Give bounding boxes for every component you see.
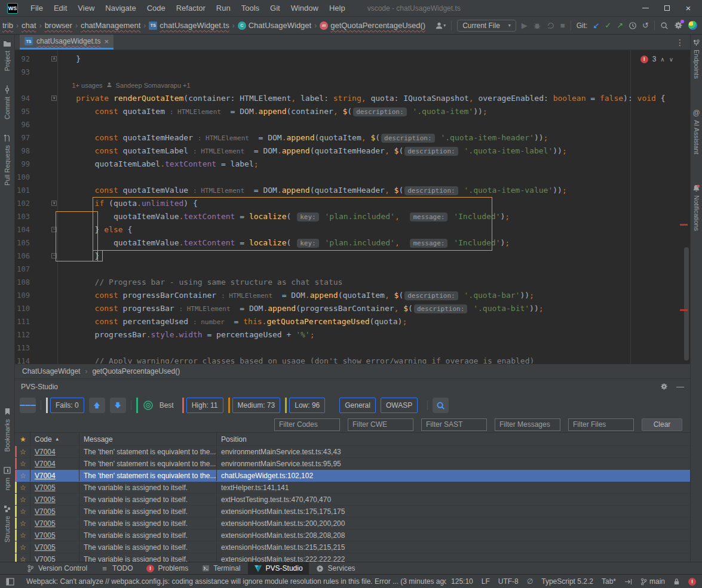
cell-message[interactable]: The variable is assigned to itself. [79, 553, 216, 562]
next-arrow-icon[interactable] [110, 398, 126, 413]
menu-navigate[interactable]: Navigate [100, 2, 141, 14]
settings-gear-icon[interactable] [674, 21, 683, 30]
cell-position[interactable]: extensionHostMain.test.ts:175,175,175 [216, 506, 690, 517]
menu-git[interactable]: Git [265, 2, 286, 14]
favorite-star-icon[interactable]: ★ [15, 435, 30, 444]
cell-code[interactable]: V7004 [30, 470, 79, 481]
cell-position[interactable]: extensionHostMain.test.ts:215,215,215 [216, 541, 690, 553]
cell-code[interactable]: V7005 [30, 494, 79, 505]
tool-stripe-endpoints[interactable]: Endpoints [692, 38, 701, 79]
table-row[interactable]: ☆V7005The variable is assigned to itself… [15, 553, 690, 562]
git-push-icon[interactable]: ↗ [617, 21, 623, 30]
favorite-star-icon[interactable]: ☆ [15, 495, 30, 504]
author-hint[interactable]: Sandeep Somavarapu +1 [116, 79, 191, 92]
table-row[interactable]: ☆V7005The variable is assigned to itself… [15, 482, 690, 494]
col-code[interactable]: Code [35, 435, 52, 444]
code-line[interactable]: 101const quotaItemValue : HTMLElement = … [15, 184, 690, 197]
menu-window[interactable]: Window [286, 2, 324, 14]
tool-stripe-notifications[interactable]: Notifications [692, 184, 701, 231]
menu-edit[interactable]: Edit [48, 2, 72, 14]
cell-message[interactable]: The 'then' statement is equivalent to th… [79, 446, 216, 457]
fold-marker-icon[interactable]: ∨ [51, 96, 57, 101]
inspection-widget[interactable]: ! 3 ∧ ∨ [640, 55, 673, 63]
code-line[interactable]: 106−} [15, 250, 690, 263]
favorite-star-icon[interactable]: ☆ [15, 460, 30, 468]
stop-icon[interactable]: ■ [560, 21, 565, 30]
tool-stripe-bookmarks[interactable]: Bookmarks [3, 408, 11, 452]
table-row[interactable]: ☆V7004The 'then' statement is equivalent… [15, 470, 690, 482]
favorite-star-icon[interactable]: ☆ [15, 543, 30, 552]
git-branch-widget[interactable]: main [640, 577, 665, 586]
tool-stripe-structure[interactable]: Structure [3, 504, 11, 543]
pvs-settings-gear-icon[interactable] [660, 383, 668, 390]
favorite-star-icon[interactable]: ☆ [15, 555, 30, 562]
prev-arrow-icon[interactable] [89, 398, 105, 413]
pvs-search-icon[interactable] [433, 398, 449, 413]
run-icon[interactable]: ▶ [522, 21, 528, 30]
filter-input-filter-sast[interactable]: Filter SAST [421, 418, 487, 431]
toolwindow-tab-version-control[interactable]: Version Control [20, 562, 93, 574]
cell-code[interactable]: V7005 [30, 529, 79, 541]
cell-message[interactable]: The variable is assigned to itself. [79, 529, 216, 541]
filter-input-filter-codes[interactable]: Filter Codes [274, 418, 340, 431]
editor-scrollbar[interactable] [684, 247, 689, 361]
code-line[interactable]: 107 [15, 263, 690, 276]
error-stripe-mark[interactable] [680, 224, 688, 226]
favorite-star-icon[interactable]: ☆ [15, 507, 30, 516]
code-line[interactable]: 109const progressBarContainer : HTMLElem… [15, 289, 690, 302]
table-row[interactable]: ☆V7005The variable is assigned to itself… [15, 518, 690, 529]
favorite-star-icon[interactable]: ☆ [15, 448, 30, 456]
tool-stripe-pull-requests[interactable]: Pull Requests [3, 134, 11, 186]
code-line[interactable]: 99quotaItemLabel.textContent = label; [15, 158, 690, 171]
cell-message[interactable]: The variable is assigned to itself. [79, 494, 216, 505]
toolwindow-tab-services[interactable]: Services [310, 562, 361, 574]
high-filter-button[interactable]: High: 11 [186, 398, 223, 413]
col-message[interactable]: Message [79, 433, 216, 445]
table-row[interactable]: ☆V7005The variable is assigned to itself… [15, 529, 690, 541]
general-filter-button[interactable]: General [339, 398, 376, 413]
menu-file[interactable]: File [25, 2, 48, 14]
cell-message[interactable]: The variable is assigned to itself. [79, 541, 216, 553]
layout-toggle-icon[interactable] [6, 578, 14, 586]
cell-position[interactable]: extensionHostMain.test.ts:200,200,200 [216, 518, 690, 529]
table-row[interactable]: ☆V7005The variable is assigned to itself… [15, 506, 690, 518]
soft-wrap-icon[interactable]: ∅ [527, 577, 533, 586]
toolwindow-tab-pvs-studio[interactable]: PVS-Studio [248, 562, 309, 574]
history-icon[interactable] [629, 21, 637, 30]
error-stripe-mark[interactable] [680, 309, 688, 311]
code-line[interactable]: 96 [15, 118, 690, 131]
maximize-button[interactable] [657, 1, 677, 16]
cell-code[interactable]: V7004 [30, 446, 79, 457]
crumb-class[interactable]: ChatUsageWidget [22, 367, 80, 375]
code-line[interactable]: 102∨if (quota.unlimited) { [15, 197, 690, 210]
status-message[interactable]: Webpack: Can't analyze // webpack.config… [26, 577, 446, 586]
rollback-icon[interactable]: ↺ [642, 21, 649, 30]
cell-position[interactable]: environmentMainService.test.ts:95,95 [216, 458, 690, 469]
usages-hint[interactable]: 1+ usages [72, 79, 102, 92]
fold-marker-icon[interactable]: ∧ [51, 56, 57, 61]
table-row[interactable]: ☆V7004The 'then' statement is equivalent… [15, 446, 690, 458]
tool-stripe-ai-assistant[interactable]: @AI Assistant [692, 109, 701, 154]
medium-filter-button[interactable]: Medium: 73 [232, 398, 281, 413]
best-label[interactable]: Best [160, 401, 174, 410]
file-encoding[interactable]: UTF-8 [498, 577, 519, 586]
line-separator[interactable]: LF [482, 577, 490, 586]
search-everywhere-icon[interactable] [660, 21, 669, 30]
favorite-star-icon[interactable]: ☆ [15, 519, 30, 528]
code-line[interactable]: 95const quotaItem : HTMLElement = DOM.ap… [15, 105, 690, 118]
tab-chatusagewidget[interactable]: TS chatUsageWidget.ts × [20, 35, 114, 50]
breadcrumb-item[interactable]: mgetQuotaPercentageUsed() [320, 21, 425, 30]
crumb-method[interactable]: getQuotaPercentageUsed() [92, 367, 180, 375]
cell-position[interactable]: extensionHostMain.test.ts:208,208,208 [216, 529, 690, 541]
menu-run[interactable]: Run [211, 2, 236, 14]
menu-help[interactable]: Help [324, 2, 351, 14]
code-line[interactable]: 112progressBar.style.width = percentageU… [15, 328, 690, 341]
cell-position[interactable]: extHostTesting.test.ts:470,470,470 [216, 494, 690, 505]
breadcrumb-item[interactable]: TSchatUsageWidget.ts [149, 21, 229, 30]
user-icon[interactable]: ▾ [435, 21, 446, 30]
favorite-star-icon[interactable]: ☆ [15, 484, 30, 492]
git-commit-icon[interactable]: ✓ [605, 21, 611, 30]
cell-position[interactable]: chatUsageWidget.ts:102,102 [216, 470, 690, 481]
breadcrumb-item[interactable]: CChatUsageWidget [238, 21, 312, 30]
table-row[interactable]: ☆V7005The variable is assigned to itself… [15, 541, 690, 553]
